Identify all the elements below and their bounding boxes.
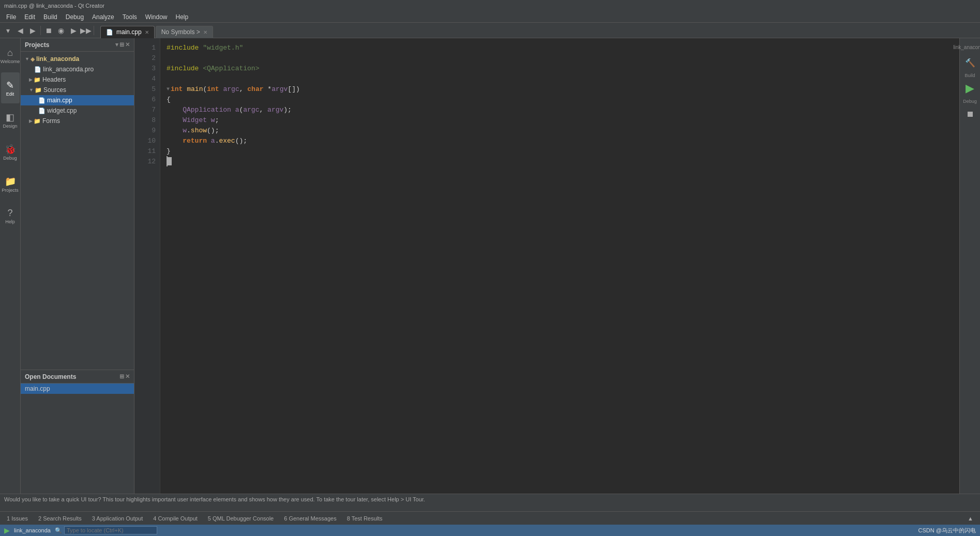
open-docs-main-cpp-label: main.cpp [25,385,50,392]
stop-button[interactable]: ⏹ [962,106,978,122]
sidebar-item-projects[interactable]: 📁 Projects [1,169,20,200]
toolbar-stop[interactable]: ⏹ [43,25,54,36]
design-icon: ◧ [6,112,14,123]
code-semi2: ; [215,116,219,124]
line-num-2: 2 [134,53,160,63]
status-search-icon: 🔍 [55,527,62,534]
tree-item-link-anaconda[interactable]: ▼ ◆ link_anaconda [21,54,134,64]
tab-main-cpp-close[interactable]: ✕ [145,29,149,35]
line-num-9: 9 [134,125,160,135]
menu-debug[interactable]: Debug [62,12,88,22]
bottom-tab-test[interactable]: 8 Test Results [342,514,387,523]
toolbar-projects-dropdown[interactable]: ▾ [2,25,13,36]
tab-no-symbols-close[interactable]: ✕ [203,29,207,35]
tree-item-widget-cpp[interactable]: 📄 widget.cpp [21,105,134,116]
code-lines-area[interactable]: #include "widget.h" #include <QApplicati… [160,38,959,494]
sidebar-item-help[interactable]: ? Help [1,201,20,232]
menu-file[interactable]: File [2,12,20,22]
status-device-label: link_anaconda [14,527,51,533]
code-w-show: w [167,127,187,134]
tree-item-sources[interactable]: ▼ 📁 Sources [21,85,134,95]
toolbar-forward[interactable]: ▶ [27,25,38,36]
sidebar-item-debug[interactable]: 🐞 Debug [1,136,20,167]
run-button[interactable]: ▶ [962,80,978,97]
code-a2: a [211,137,215,145]
toolbar-play2[interactable]: ▶▶ [80,25,92,36]
menu-analyze[interactable]: Analyze [88,12,118,22]
bottom-tab-qml[interactable]: 5 QML Debugger Console [203,514,278,523]
bottom-tab-compile[interactable]: 4 Compile Output [148,514,202,523]
bottom-tab-app-output[interactable]: 3 Application Output [87,514,147,523]
tree-label-headers: Headers [42,76,66,83]
class-widget: Widget [167,116,211,124]
panel-filter-icon[interactable]: ▾ [115,41,118,48]
sidebar-item-edit[interactable]: ✎ Edit [1,72,20,103]
tree-icon-widget-cpp: 📄 [38,108,46,114]
status-bar: ▶ link_anaconda 🔍 CSDN @乌云中的闪电 [0,525,980,536]
bottom-tab-search[interactable]: 2 Search Results [34,514,86,523]
tab-main-cpp[interactable]: 📄 main.cpp ✕ [100,26,155,38]
status-left: ▶ link_anaconda 🔍 [4,526,157,534]
bottom-tab-more[interactable]: ▲ [963,514,978,523]
toolbar-play[interactable]: ▶ [68,25,79,36]
tree-label-forms: Forms [42,117,60,125]
toolbar-record[interactable]: ◉ [55,25,67,36]
status-search: 🔍 [55,526,157,534]
main-layout: ⌂ Welcome ✎ Edit ◧ Design 🐞 Debug 📁 Proj… [0,38,980,494]
fold-arrow-5[interactable]: ▼ [167,86,170,92]
sidebar-item-design[interactable]: ◧ Design [1,104,20,135]
menu-help[interactable]: Help [172,12,193,22]
code-semi1: ); [283,106,292,114]
tab-no-symbols-label: No Symbols > [161,28,200,36]
code-dot2: . [215,137,219,145]
menu-edit[interactable]: Edit [20,12,39,22]
tree-icon-main-cpp: 📄 [38,97,46,104]
open-docs-close-icon[interactable]: ✕ [125,373,130,380]
status-search-input[interactable] [64,526,157,534]
line-num-4: 4 [134,73,160,84]
code-content[interactable]: 1 2 3 4 5 6 7 8 9 10 11 12 #include "wid… [134,38,959,494]
kw-int: int [171,85,187,93]
open-documents-panel: Open Documents ⊞ ✕ main.cpp [21,370,134,494]
run-label: Debug [963,99,977,104]
var-argc: argc [223,85,239,93]
project-tree[interactable]: ▼ ◆ link_anaconda 📄 link_anaconda.pro ▶ … [21,52,134,370]
open-docs-split-icon[interactable]: ⊞ [119,373,124,380]
bottom-tab-general[interactable]: 6 General Messages [279,514,341,523]
tree-label-link-anaconda: link_anaconda [36,55,79,63]
tree-item-pro[interactable]: 📄 link_anaconda.pro [21,64,134,74]
menu-window[interactable]: Window [141,12,172,22]
tree-item-main-cpp[interactable]: 📄 main.cpp [21,95,134,105]
menu-tools[interactable]: Tools [118,12,141,22]
toolbar: ▾ ◀ ▶ ⏹ ◉ ▶ ▶▶ 📄 main.cpp ✕ No Symbols >… [0,23,980,38]
tree-label-sources: Sources [43,86,66,94]
class-qapp: QApplication [167,106,235,114]
panel-split-icon[interactable]: ⊞ [119,41,124,48]
code-comma2: , [259,106,267,114]
projects-icon: 📁 [5,176,16,187]
open-docs-main-cpp[interactable]: main.cpp [21,384,134,394]
tree-icon-sources: 📁 [35,87,42,94]
code-editor[interactable]: 1 2 3 4 5 6 7 8 9 10 11 12 #include "wid… [134,38,959,494]
panel-close-icon[interactable]: ✕ [125,41,130,48]
tab-no-symbols[interactable]: No Symbols > ✕ [156,26,213,38]
toolbar-back[interactable]: ◀ [14,25,26,36]
line-num-7: 7 [134,104,160,115]
code-call1: (); [207,127,219,134]
sidebar-item-welcome[interactable]: ⌂ Welcome [1,40,20,71]
var-argv: argv [272,85,288,93]
menu-build[interactable]: Build [39,12,62,22]
build-button[interactable]: 🔨 [962,54,978,71]
var-a: a [235,106,239,114]
edit-icon: ✎ [6,80,14,91]
fn-main: main [187,85,203,93]
bottom-tab-issues[interactable]: 1 Issues [2,514,33,523]
code-ptr: * [267,85,272,93]
build-label: Build [964,73,975,78]
tree-item-forms[interactable]: ▶ 📁 Forms [21,116,134,126]
tree-label-main-cpp: main.cpp [47,97,72,104]
device-label: link_anaconda [953,44,980,50]
var-argc2: argc [243,106,259,114]
tree-item-headers[interactable]: ▶ 📁 Headers [21,74,134,85]
code-include-str-3: <QApplication> [203,65,259,72]
